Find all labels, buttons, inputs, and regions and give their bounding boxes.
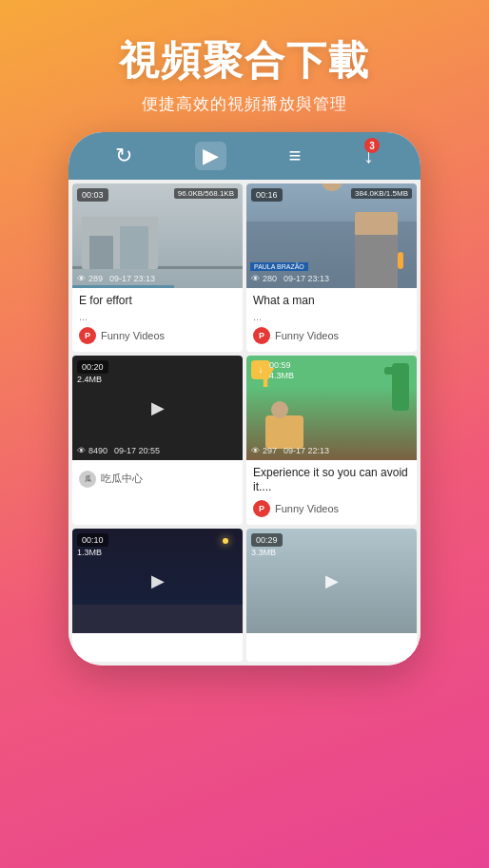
thumb-size-6: 3.3MB (251, 548, 276, 557)
thumb-stats-3: 👁849009-17 20:55 (77, 446, 160, 455)
play-icon[interactable]: ▶ (195, 142, 226, 170)
video-card-5[interactable]: ▶ 00:10 1.3MB (72, 529, 243, 662)
thumb-3: ▶ 00:20 2.4MB 👁849009-17 20:55 (72, 356, 243, 460)
video-card-1[interactable]: 00:03 96.0KB/568.1KB 👁28909-17 23:13 E f… (72, 183, 243, 352)
video-title-2: What a man (253, 294, 410, 309)
thumb-4: Y ↓ 00:59 4.3MB 👁29709-17 22:13 (246, 356, 417, 460)
thumb-size-1: 96.0KB/568.1KB (174, 188, 238, 199)
thumb-time-1: 00:03 (77, 188, 108, 202)
video-info-3: 瓜 吃瓜中心 (72, 460, 243, 495)
thumb-stats-2: 👁28009-17 23:13 (251, 274, 329, 283)
thumb-time-2: 00:16 (251, 188, 283, 202)
video-card-2[interactable]: PAULA BRAZÃO 00:16 384.0KB/1.5MB 👁28009-… (246, 183, 417, 352)
video-info-1: E for effort ... P Funny Videos (72, 288, 243, 352)
download-badge: 3 (364, 138, 380, 153)
channel-row-4: P Funny Videos (253, 500, 410, 517)
video-desc-1: ... (79, 311, 236, 322)
play-btn-3: ▶ (151, 397, 165, 418)
hero-subtitle: 便捷高效的視頻播放與管理 (119, 93, 370, 115)
video-grid: 00:03 96.0KB/568.1KB 👁28909-17 23:13 E f… (68, 180, 421, 665)
top-bar: ↻ ▶ ≡ ↓ 3 (68, 132, 421, 180)
channel-row-3: 瓜 吃瓜中心 (79, 471, 236, 488)
channel-icon-1: P (79, 327, 96, 344)
thumb-stats-4: 👁29709-17 22:13 (251, 446, 329, 455)
channel-row-2: P Funny Videos (253, 327, 410, 344)
video-card-3[interactable]: ▶ 00:20 2.4MB 👁849009-17 20:55 瓜 吃瓜中心 (72, 356, 243, 525)
thumb-size-2: 384.0KB/1.5MB (351, 188, 412, 199)
download-icon[interactable]: ↓ 3 (363, 144, 374, 168)
video-info-4: Experience it so you can avoid it.... P … (246, 460, 417, 525)
thumb-time-6: 00:29 (251, 533, 283, 547)
thumb-time-5: 00:10 (77, 533, 108, 547)
channel-row-1: P Funny Videos (79, 327, 236, 344)
video-desc-2: ... (253, 311, 410, 322)
thumb-size-label-3: 2.4MB (77, 375, 102, 384)
video-card-6[interactable]: ▶ 00:29 3.3MB (246, 529, 417, 662)
channel-icon-4: P (253, 500, 270, 517)
thumb-time-4: 00:59 (269, 360, 291, 372)
list-icon[interactable]: ≡ (288, 144, 301, 168)
channel-name-3: 吃瓜中心 (101, 472, 143, 486)
video-info-2: What a man ... P Funny Videos (246, 288, 417, 352)
play-btn-5: ▶ (151, 570, 165, 591)
thumb-size-4: 4.3MB (269, 371, 294, 380)
channel-name-2: Funny Videos (275, 330, 339, 341)
play-btn-6: ▶ (325, 570, 339, 591)
refresh-icon[interactable]: ↻ (115, 144, 132, 168)
hero-section: 視頻聚合下載 便捷高效的視頻播放與管理 (119, 0, 370, 115)
channel-name-1: Funny Videos (101, 330, 165, 341)
video-title-4: Experience it so you can avoid it.... (253, 466, 410, 495)
channel-icon-2: P (253, 327, 270, 344)
thumb-size-5: 1.3MB (77, 548, 102, 557)
thumb-stats-1: 👁28909-17 23:13 (77, 274, 155, 283)
channel-icon-3: 瓜 (79, 471, 96, 488)
thumb-6: ▶ 00:29 3.3MB (246, 529, 417, 633)
thumb-time-3: 00:20 (77, 360, 108, 374)
video-card-4[interactable]: Y ↓ 00:59 4.3MB 👁29709-17 22:13 Experien… (246, 356, 417, 525)
video-info-5 (72, 633, 243, 662)
thumb-download-badge-4: ↓ (251, 360, 270, 379)
thumb-2: PAULA BRAZÃO 00:16 384.0KB/1.5MB 👁28009-… (246, 183, 417, 288)
thumb-5: ▶ 00:10 1.3MB (72, 529, 243, 633)
video-title-1: E for effort (79, 294, 236, 309)
thumb-1: 00:03 96.0KB/568.1KB 👁28909-17 23:13 (72, 183, 243, 288)
phone-frame: ↻ ▶ ≡ ↓ 3 00:03 96.0KB/568.1KB 👁28909-17… (68, 132, 421, 665)
video-info-6 (246, 633, 417, 662)
channel-name-4: Funny Videos (275, 503, 339, 514)
hero-title: 視頻聚合下載 (119, 34, 370, 87)
